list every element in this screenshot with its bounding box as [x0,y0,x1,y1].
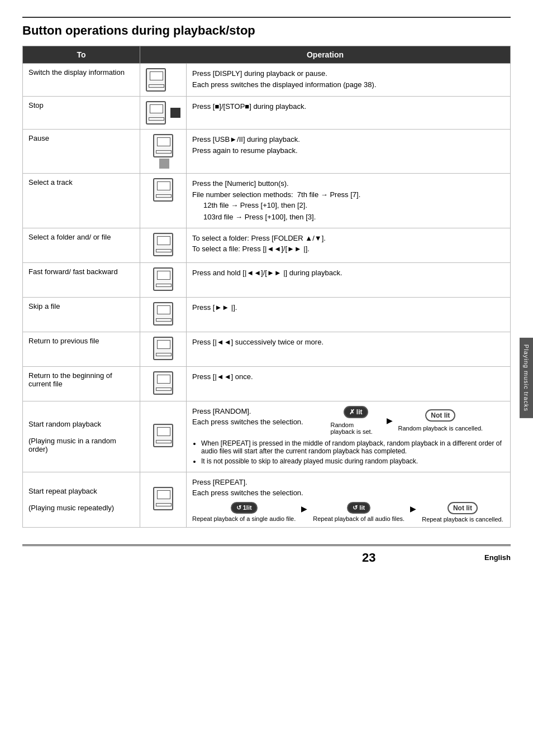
row-to-skip-file: Skip a file [23,297,140,332]
row-op-switch-display: Press [DISPLY] during playback or pause.… [187,64,511,97]
repeat-lit-indicator: ↺ lit [347,502,370,514]
page-title: Button operations during playback/stop [22,23,511,38]
table-row: Select a track Press the [Numeric] butto… [23,174,511,228]
header-operation: Operation [140,46,511,64]
random-bullet-1: When [REPEAT] is pressed in the middle o… [201,439,505,455]
table-row: Skip a file Press [►► |]. [23,297,511,332]
repeat-state-not-lit: Not lit Repeat playback is cancelled. [422,502,503,523]
stop-icon [170,108,180,118]
repeat-state-1lit: ↺ 1lit Repeat playback of a single audio… [192,502,296,522]
row-icon-select-track [140,174,187,228]
random-bullet-2: It is not possible to skip to already pl… [201,457,505,465]
page-footer: 23 English [22,544,511,565]
device-icon [153,267,173,291]
row-icon-random [140,401,187,472]
device-icon [146,101,166,125]
row-to-return-prev: Return to previous file [23,332,140,366]
row-icon-pause [140,130,187,174]
arrow-icon: ▶ [387,416,393,425]
table-row: Stop Press [■]/[STOP■] during playback. [23,97,511,130]
not-lit-indicator: Not lit [425,409,455,422]
row-icon-skip-file [140,297,187,332]
row-op-pause: Press [USB►/II] during playback. Press a… [187,130,511,174]
arrow-icon: ▶ [301,504,307,513]
row-icon-stop [140,97,187,130]
header-to: To [23,46,140,64]
row-to-select-track: Select a track [23,174,140,228]
row-icon-fast-forward [140,262,187,297]
pause-icon [159,159,169,169]
footer-language: English [484,553,511,562]
lit-indicator: ✗ lit [344,406,368,418]
row-op-random: Press [RANDOM]. Each press switches the … [187,401,511,472]
row-op-repeat: Press [REPEAT]. Each press switches the … [187,472,511,527]
table-row-repeat: Start repeat playback(Playing music repe… [23,472,511,527]
random-state-not-lit: Not lit Random playback is cancelled. [398,409,483,432]
device-icon [153,424,173,447]
row-to-repeat: Start repeat playback(Playing music repe… [23,472,140,527]
row-to-stop: Stop [23,97,140,130]
device-icon [153,487,173,510]
row-to-fast-forward: Fast forward/ fast backward [23,262,140,297]
row-op-return-begin: Press [|◄◄] once. [187,366,511,401]
device-icon [153,302,173,326]
repeat-states: ↺ 1lit Repeat playback of a single audio… [192,502,505,523]
row-op-skip-file: Press [►► |]. [187,297,511,332]
random-state-lit: ✗ lit Randomplayback is set. [331,406,381,435]
row-icon-return-prev [140,332,187,366]
side-tab: Playing music tracks [520,338,533,418]
table-row-random: Start random playback(Playing music in a… [23,401,511,472]
device-icon [153,178,173,202]
table-row: Switch the display information Press [DI… [23,64,511,97]
device-icon [153,337,173,360]
row-op-fast-forward: Press and hold [|◄◄]/[►► |] during playb… [187,262,511,297]
operations-table: To Operation Switch the display informat… [22,46,511,528]
device-icon [153,134,173,157]
row-to-random: Start random playback(Playing music in a… [23,401,140,472]
row-icon-switch-display [140,64,187,97]
row-icon-repeat [140,472,187,527]
row-icon-select-folder [140,228,187,262]
table-row: Return to previous file Press [|◄◄] succ… [23,332,511,366]
row-to-switch-display: Switch the display information [23,64,140,97]
repeat-1lit-indicator: ↺ 1lit [231,502,258,514]
row-icon-return-begin [140,366,187,401]
table-row: Fast forward/ fast backward Press and ho… [23,262,511,297]
device-icon [153,233,173,256]
row-op-select-track: Press the [Numeric] button(s). File numb… [187,174,511,228]
row-op-select-folder: To select a folder: Press [FOLDER ▲/▼]. … [187,228,511,262]
arrow-icon: ▶ [410,504,416,513]
row-op-return-prev: Press [|◄◄] successively twice or more. [187,332,511,366]
repeat-state-lit: ↺ lit Repeat playback of all audio files… [313,502,404,522]
table-row: Return to the beginning of current file … [23,366,511,401]
row-op-stop: Press [■]/[STOP■] during playback. [187,97,511,130]
row-to-return-begin: Return to the beginning of current file [23,366,140,401]
repeat-not-lit-indicator: Not lit [448,502,478,514]
row-to-select-folder: Select a folder and/ or file [23,228,140,262]
table-row: Select a folder and/ or file To select a… [23,228,511,262]
table-row: Pause Press [USB►/II] during playback. P… [23,130,511,174]
row-to-pause: Pause [23,130,140,174]
device-icon [153,371,173,395]
device-icon [146,68,166,92]
random-bullets: When [REPEAT] is pressed in the middle o… [192,439,505,465]
page-number: 23 [254,551,485,565]
